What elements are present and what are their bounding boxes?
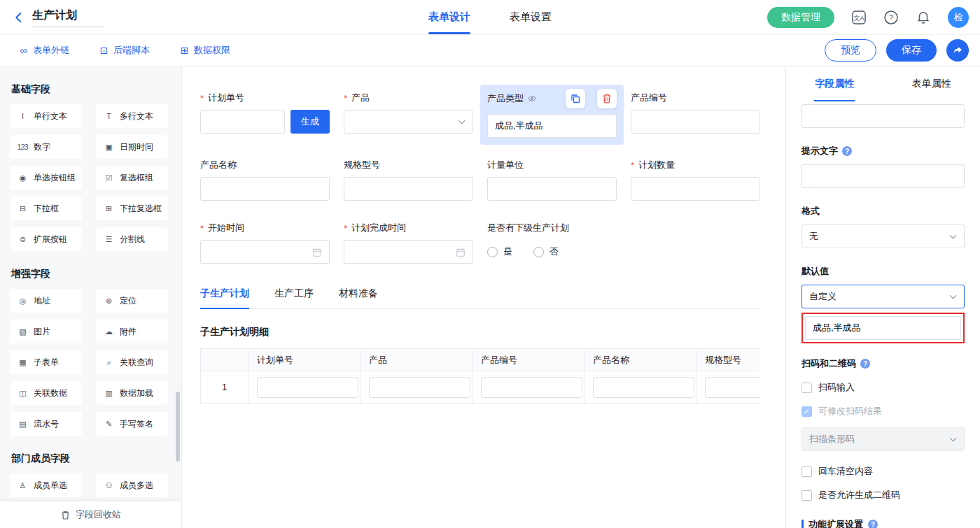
field-has-sub-plan[interactable]: 是否有下级生产计划 是 否 <box>487 222 631 264</box>
sidebar-item-serial-number[interactable]: ▤流水号 <box>10 412 82 436</box>
sidebar-item-subform[interactable]: ▦子表单 <box>10 350 82 374</box>
generate-button[interactable]: 生成 <box>290 110 330 134</box>
item-label: 数据加载 <box>120 387 153 399</box>
sidebar-item-signature[interactable]: ✎手写签名 <box>96 412 168 436</box>
column-header: 计划单号 <box>248 349 360 371</box>
radio-yes[interactable]: 是 <box>487 245 512 258</box>
field-finish-time[interactable]: 计划完成时间 <box>344 222 473 264</box>
field-product-type[interactable]: 产品类型 <box>480 85 624 145</box>
field-product-code[interactable]: 产品编号 <box>631 92 760 138</box>
cell-spec-model-input[interactable] <box>705 377 760 398</box>
cell-product-input[interactable] <box>369 377 470 398</box>
item-label: 日期时间 <box>120 141 153 153</box>
sidebar-item-multi-dropdown[interactable]: ⊞下拉复选框 <box>96 197 168 220</box>
canvas-sub-tabs: 子生产计划 生产工序 材料准备 <box>200 287 760 309</box>
start-time-input[interactable] <box>200 240 330 264</box>
field-spec-model[interactable]: 规格型号 <box>344 159 473 201</box>
checkbox-clear-on-enter[interactable]: 回车清空内容 <box>802 465 965 478</box>
spec-model-input[interactable] <box>344 177 473 201</box>
eye-off-icon <box>527 94 537 104</box>
help-icon[interactable] <box>860 359 870 369</box>
data-manage-button[interactable]: 数据管理 <box>767 7 834 28</box>
field-plan-qty[interactable]: 计划数量 <box>631 159 760 201</box>
checkbox-scan-input[interactable]: 扫码输入 <box>802 381 965 394</box>
panel-top-input[interactable] <box>802 104 965 128</box>
data-permission-button[interactable]: ⊞ 数据权限 <box>179 44 230 57</box>
finish-time-input[interactable] <box>344 240 473 264</box>
unit-input[interactable] <box>487 177 617 201</box>
share-button[interactable] <box>946 39 969 62</box>
language-icon[interactable]: 文A <box>851 10 867 25</box>
sidebar-item-number[interactable]: 123数字 <box>10 135 82 159</box>
field-unit[interactable]: 计量单位 <box>487 159 617 201</box>
default-type-select[interactable]: 自定义 <box>802 285 965 308</box>
sidebar-item-data-load[interactable]: ▥数据加载 <box>96 381 168 405</box>
product-name-input[interactable] <box>200 177 330 201</box>
checkbox-allow-qrcode[interactable]: 是否允许生成二维码 <box>802 489 965 501</box>
checkbox-editable-scan-result[interactable]: 可修改扫码结果 <box>802 405 965 418</box>
field-recycle-bin[interactable]: 字段回收站 <box>0 501 181 528</box>
external-link-button[interactable]: ∞ 表单外链 <box>18 44 69 57</box>
sidebar-item-member-multi[interactable]: ⚇成员多选 <box>96 473 168 497</box>
backend-script-button[interactable]: ⊡ 后端脚本 <box>99 44 150 57</box>
sidebar-item-checkbox-group[interactable]: ☑复选框组 <box>96 166 168 190</box>
sidebar-item-divider[interactable]: ☰分割线 <box>96 227 168 251</box>
cell-product-code-input[interactable] <box>481 377 582 398</box>
sidebar-item-single-line-text[interactable]: I单行文本 <box>10 104 82 128</box>
delete-field-button[interactable] <box>597 89 617 108</box>
field-product-name[interactable]: 产品名称 <box>200 159 330 201</box>
tab-field-properties[interactable]: 字段属性 <box>786 66 883 101</box>
help-icon[interactable] <box>868 520 878 528</box>
product-code-input[interactable] <box>631 110 760 134</box>
sidebar-item-radio-group[interactable]: ◉单选按钮组 <box>10 166 82 190</box>
default-value-input[interactable] <box>805 316 961 340</box>
sidebar-item-image[interactable]: ▧图片 <box>10 320 82 343</box>
extension-section-title: 功能扩展设置 <box>802 518 965 528</box>
notification-bell-icon[interactable] <box>916 10 931 25</box>
column-header: 产品编号 <box>472 349 584 371</box>
tab-production-process[interactable]: 生产工序 <box>274 287 314 308</box>
help-icon[interactable] <box>842 146 852 156</box>
plan-qty-input[interactable] <box>631 177 760 201</box>
back-button[interactable] <box>13 11 25 24</box>
default-value-label: 默认值 <box>802 265 829 278</box>
extension-section-label: 功能扩展设置 <box>808 518 863 528</box>
sidebar-item-address[interactable]: ◎地址 <box>10 289 82 313</box>
scan-mode-select[interactable]: 扫描条形码 <box>802 427 965 451</box>
sidebar-item-linked-query[interactable]: ⌕关联查询 <box>96 350 168 374</box>
sidebar-item-location[interactable]: ⊕定位 <box>96 289 168 313</box>
sidebar-item-linked-data[interactable]: ◫关联数据 <box>10 381 82 405</box>
sidebar-item-dropdown[interactable]: ⊟下拉框 <box>10 197 82 220</box>
cell-plan-no-input[interactable] <box>257 377 358 398</box>
item-label: 手写签名 <box>120 418 153 430</box>
radio-no[interactable]: 否 <box>533 245 559 258</box>
sidebar-item-member-single[interactable]: ♙成员单选 <box>10 473 82 497</box>
tab-sub-production-plan[interactable]: 子生产计划 <box>200 287 249 308</box>
tab-material-preparation[interactable]: 材料准备 <box>339 287 378 308</box>
copy-field-button[interactable] <box>566 89 585 108</box>
sidebar-scrollbar[interactable] <box>176 392 180 462</box>
backend-script-icon: ⊡ <box>99 45 109 56</box>
data-permission-label: 数据权限 <box>194 44 230 57</box>
preview-button[interactable]: 预览 <box>825 39 876 62</box>
tab-form-properties[interactable]: 表单属性 <box>883 66 980 101</box>
sidebar-item-extend-button[interactable]: ⊜扩展按钮 <box>10 227 82 251</box>
tab-form-design[interactable]: 表单设计 <box>428 0 470 34</box>
user-avatar[interactable]: 检 <box>948 7 969 28</box>
sidebar-item-multi-line-text[interactable]: T多行文本 <box>96 104 168 128</box>
sidebar-item-attachment[interactable]: ☁附件 <box>96 320 168 343</box>
hint-text-input[interactable] <box>802 164 965 188</box>
product-select[interactable] <box>344 110 473 134</box>
save-button[interactable]: 保存 <box>886 39 937 62</box>
cell-product-name-input[interactable] <box>593 377 694 398</box>
field-product[interactable]: 产品 <box>344 92 473 138</box>
product-type-input[interactable] <box>487 114 617 138</box>
sidebar-item-datetime[interactable]: ▣日期时间 <box>96 135 168 159</box>
field-plan-no[interactable]: 计划单号 生成 <box>200 92 330 138</box>
plan-no-input[interactable] <box>200 110 285 134</box>
tab-form-settings[interactable]: 表单设置 <box>510 0 552 34</box>
help-icon[interactable]: ? <box>883 10 899 25</box>
format-select[interactable]: 无 <box>802 224 965 248</box>
field-start-time[interactable]: 开始时间 <box>200 222 330 264</box>
backend-script-label: 后端脚本 <box>113 44 150 57</box>
